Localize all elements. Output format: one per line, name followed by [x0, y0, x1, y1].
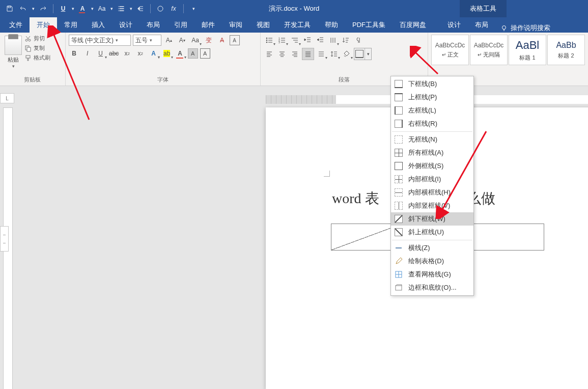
- list-qat-icon[interactable]: [116, 3, 127, 14]
- copy-button[interactable]: 复制: [24, 44, 50, 52]
- fx-qat-icon[interactable]: fx: [168, 3, 179, 14]
- decrease-indent-button[interactable]: [302, 35, 313, 46]
- tab-home[interactable]: 开始: [30, 17, 57, 33]
- align-right-button[interactable]: [289, 48, 300, 60]
- underline-dd-icon[interactable]: ▾: [71, 3, 75, 14]
- shading-button[interactable]: ▾: [341, 48, 352, 60]
- char-shading-button[interactable]: A: [188, 48, 198, 59]
- menu-border-diag-down[interactable]: 斜下框线(W): [391, 212, 473, 226]
- italic-button[interactable]: I: [82, 48, 93, 59]
- qat-customize-icon[interactable]: ▾: [188, 3, 199, 14]
- tab-mailings[interactable]: 邮件: [194, 17, 222, 33]
- tab-file[interactable]: 文件: [2, 17, 30, 33]
- menu-view-gridlines[interactable]: 查看网格线(G): [391, 268, 473, 281]
- menu-border-bottom[interactable]: 下框线(B): [391, 77, 473, 91]
- font-color-button[interactable]: A▾: [175, 48, 186, 59]
- enclose-char-button[interactable]: A: [230, 35, 240, 45]
- sort-button[interactable]: [340, 35, 351, 46]
- menu-border-inside[interactable]: 内部框线(I): [391, 173, 473, 186]
- list-dd-icon[interactable]: ▾: [129, 3, 133, 14]
- paste-button[interactable]: 粘贴 ▾: [3, 35, 23, 69]
- tab-insert[interactable]: 插入: [85, 17, 112, 33]
- style-heading2[interactable]: AaBb 标题 2: [547, 35, 585, 65]
- save-icon[interactable]: [4, 3, 15, 14]
- fontcolor-qat-icon[interactable]: A: [77, 3, 88, 14]
- style-heading1[interactable]: AaBl 标题 1: [509, 35, 546, 65]
- highlight-button[interactable]: ab▾: [161, 48, 173, 59]
- numbering-button[interactable]: 123▾: [276, 35, 288, 46]
- split-handle[interactable]: ––: [0, 226, 9, 252]
- menu-border-outside[interactable]: 外侧框线(S): [391, 159, 473, 173]
- menu-border-inside-h[interactable]: 内部横框线(H): [391, 186, 473, 199]
- menu-border-left[interactable]: 左框线(L): [391, 104, 473, 117]
- grow-font-button[interactable]: A▴: [163, 35, 175, 46]
- font-size-combo[interactable]: 五号▾: [133, 35, 161, 46]
- changecase-qat-icon[interactable]: Aa: [96, 3, 107, 14]
- circle-qat-icon[interactable]: [155, 3, 166, 14]
- tab-table-design[interactable]: 设计: [440, 17, 468, 33]
- menu-borders-shading[interactable]: 边框和底纹(O)...: [391, 281, 473, 294]
- group-clipboard: 粘贴 ▾ 剪切 复制 格式刷 剪贴板: [0, 33, 66, 86]
- shrink-font-button[interactable]: A▾: [177, 35, 188, 46]
- tab-developer[interactable]: 开发工具: [277, 17, 318, 33]
- align-left-button[interactable]: [264, 48, 275, 60]
- cut-button[interactable]: 剪切: [24, 35, 50, 42]
- justify-button[interactable]: [302, 48, 314, 60]
- menu-border-none[interactable]: 无框线(N): [391, 133, 473, 146]
- tab-help[interactable]: 帮助: [318, 17, 345, 33]
- fontcolor-dd-icon[interactable]: ▾: [90, 3, 94, 14]
- tab-common[interactable]: 常用: [57, 17, 85, 33]
- multilevel-button[interactable]: ▾: [289, 35, 300, 46]
- undo-icon[interactable]: [17, 3, 29, 14]
- redo-icon[interactable]: [38, 3, 49, 14]
- menu-draw-table[interactable]: 绘制表格(D): [391, 255, 473, 268]
- tab-view[interactable]: 视图: [249, 17, 277, 33]
- change-case-button[interactable]: Aa▾: [190, 35, 201, 46]
- phonetic-button[interactable]: 变: [203, 35, 214, 46]
- text-effects-button[interactable]: A▾: [148, 48, 159, 59]
- menu-border-top[interactable]: 上框线(P): [391, 91, 473, 104]
- strikethrough-button[interactable]: abc: [108, 48, 120, 59]
- menu-horizontal-line[interactable]: 横线(Z): [391, 241, 473, 255]
- tab-table-layout[interactable]: 布局: [468, 17, 495, 33]
- menu-border-inside-v[interactable]: 内部竖框线(V): [391, 199, 473, 212]
- char-border-button[interactable]: A: [200, 48, 210, 59]
- style-normal[interactable]: AaBbCcDc ↵正文: [431, 35, 469, 65]
- style-nospace[interactable]: AaBbCcDc ↵无间隔: [470, 35, 508, 65]
- font-name-combo[interactable]: 等线 (中文正文)▾: [69, 35, 131, 46]
- tab-review[interactable]: 审阅: [222, 17, 249, 33]
- align-center-button[interactable]: [276, 48, 288, 60]
- distribute-button[interactable]: ▾: [316, 48, 327, 60]
- text-direction-button[interactable]: ▾: [327, 35, 339, 46]
- table-cell[interactable]: [473, 224, 544, 250]
- show-marks-button[interactable]: [353, 35, 364, 46]
- underline-qat-icon[interactable]: U: [58, 3, 69, 14]
- borders-dropdown-arrow[interactable]: ▾: [365, 48, 371, 60]
- menu-border-right[interactable]: 右框线(R): [391, 117, 473, 130]
- workspace: L –– word 表 么做 下框线(B) 上框线(P) 左框线(L) 右框线(…: [0, 86, 588, 389]
- tab-baidu[interactable]: 百度网盘: [393, 17, 433, 33]
- line-spacing-button[interactable]: ▾: [328, 48, 340, 60]
- group-font-label: 字体: [69, 76, 258, 85]
- tab-layout[interactable]: 布局: [139, 17, 167, 33]
- increase-indent-button[interactable]: [315, 35, 326, 46]
- changecase-dd-icon[interactable]: ▾: [109, 3, 114, 14]
- subscript-button[interactable]: x2: [122, 48, 133, 59]
- clear-formatting-button[interactable]: A̶: [216, 35, 228, 46]
- ribbon: 粘贴 ▾ 剪切 复制 格式刷 剪贴板 等线 (中文正文)▾ 五号▾ A▴ A▾ …: [0, 33, 588, 86]
- format-painter-button[interactable]: 格式刷: [24, 54, 50, 62]
- tab-design[interactable]: 设计: [112, 17, 139, 33]
- borders-menu: 下框线(B) 上框线(P) 左框线(L) 右框线(R) 无框线(N) 所有框线(…: [390, 76, 474, 296]
- superscript-button[interactable]: x2: [135, 48, 146, 59]
- underline-button[interactable]: U▾: [95, 48, 106, 59]
- tab-references[interactable]: 引用: [167, 17, 194, 33]
- tell-me-search[interactable]: 操作说明搜索: [500, 23, 550, 33]
- menu-border-all[interactable]: 所有框线(A): [391, 146, 473, 159]
- bullets-button[interactable]: ▾: [264, 35, 275, 46]
- tab-pdf[interactable]: PDF工具集: [345, 17, 393, 33]
- borders-split-button[interactable]: ▾: [354, 48, 372, 60]
- bold-button[interactable]: B: [69, 48, 80, 59]
- menu-border-diag-up[interactable]: 斜上框线(U): [391, 226, 473, 239]
- indent-qat-icon[interactable]: [135, 3, 146, 14]
- undo-dropdown-icon[interactable]: ▾: [31, 3, 36, 14]
